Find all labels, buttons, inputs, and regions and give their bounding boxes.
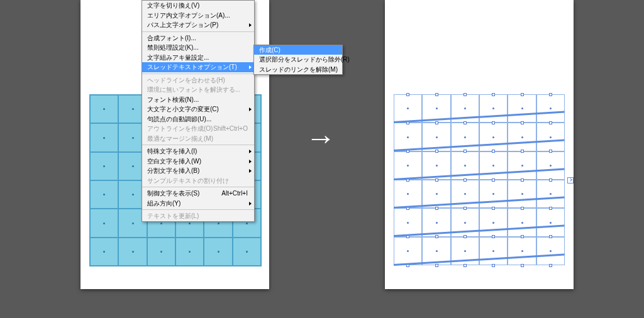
port-handle[interactable]: [521, 235, 524, 238]
port-handle[interactable]: [435, 121, 438, 124]
menu-separator: [142, 74, 254, 74]
port-handle[interactable]: [435, 264, 438, 267]
port-handle[interactable]: [549, 93, 552, 96]
menu-item[interactable]: 組み方向(Y): [142, 199, 254, 209]
anchor-point-icon: [103, 137, 105, 139]
chevron-right-icon: [249, 65, 252, 69]
anchor-point-icon: [407, 250, 409, 252]
anchor-point-icon: [464, 107, 466, 109]
submenu-item[interactable]: 作成(C): [254, 45, 342, 55]
anchor-point-icon: [492, 250, 494, 252]
port-handle[interactable]: [464, 235, 467, 238]
menu-separator: [142, 145, 254, 145]
menu-item[interactable]: 禁則処理設定(K)...: [142, 43, 254, 53]
menu-item: ヘッドラインを合わせる(H): [142, 75, 254, 85]
port-handle[interactable]: [549, 207, 552, 210]
port-handle[interactable]: [435, 178, 438, 182]
menu-item[interactable]: スレッドテキストオプション(T): [142, 62, 254, 72]
anchor-point-icon: [521, 193, 523, 195]
port-handle[interactable]: [492, 93, 495, 96]
menu-item[interactable]: 空白文字を挿入(W): [142, 156, 254, 167]
port-handle[interactable]: [492, 178, 495, 182]
port-handle[interactable]: [464, 121, 467, 124]
submenu-item[interactable]: 選択部分をスレッドから除外(R): [254, 55, 342, 65]
port-handle[interactable]: [549, 121, 552, 124]
port-handle[interactable]: [464, 178, 467, 182]
anchor-point-icon: [218, 251, 219, 253]
menu-item[interactable]: 句読点の自動調節(U)...: [142, 114, 254, 124]
chevron-right-icon: [249, 23, 252, 27]
port-handle[interactable]: [521, 264, 524, 267]
menu-item[interactable]: 文字組みアキ量設定...: [142, 53, 254, 63]
port-handle[interactable]: [521, 121, 524, 124]
port-handle[interactable]: [435, 93, 438, 96]
menu-item[interactable]: エリア内文字オプション(A)...: [142, 11, 254, 21]
port-handle[interactable]: [435, 207, 438, 210]
port-handle[interactable]: [435, 150, 438, 153]
anchor-point-icon: [160, 251, 162, 253]
menu-item[interactable]: 合成フォント(I)...: [142, 33, 254, 43]
chevron-right-icon: [249, 202, 252, 206]
port-handle[interactable]: [464, 207, 467, 210]
port-handle[interactable]: [492, 121, 495, 124]
port-handle[interactable]: [549, 178, 552, 182]
port-handle[interactable]: [492, 207, 495, 210]
anchor-point-icon: [464, 250, 466, 252]
out-port-icon[interactable]: [567, 177, 574, 184]
anchor-point-icon: [189, 222, 191, 224]
port-handle[interactable]: [464, 150, 467, 153]
anchor-point-icon: [103, 222, 105, 224]
menu-item: アウトラインを作成(O)Shift+Ctrl+O: [142, 124, 254, 134]
anchor-point-icon: [550, 136, 552, 138]
port-handle[interactable]: [521, 178, 524, 182]
anchor-point-icon: [521, 250, 523, 252]
port-handle[interactable]: [492, 235, 495, 238]
menu-item: テキストを更新(L): [142, 211, 254, 221]
port-handle[interactable]: [464, 93, 467, 96]
menu-item[interactable]: 分割文字を挿入(B): [142, 166, 254, 176]
anchor-point-icon: [550, 250, 552, 252]
anchor-point-icon: [492, 165, 494, 167]
anchor-point-icon: [436, 136, 438, 138]
anchor-point-icon: [132, 165, 134, 167]
menu-item[interactable]: 制御文字を表示(S)Alt+Ctrl+I: [142, 189, 254, 199]
port-handle[interactable]: [464, 264, 467, 267]
port-handle[interactable]: [521, 207, 524, 210]
port-handle[interactable]: [549, 264, 552, 267]
anchor-point-icon: [550, 165, 552, 167]
port-handle[interactable]: [521, 93, 524, 96]
anchor-point-icon: [132, 222, 134, 224]
port-handle[interactable]: [406, 93, 409, 96]
menu-item[interactable]: 特殊文字を挿入(I): [142, 146, 254, 156]
type-context-menu[interactable]: 文字を切り換え(V)エリア内文字オプション(A)...パス上文字オプション(P)…: [142, 0, 255, 222]
menu-item[interactable]: 文字を切り換え(V): [142, 1, 254, 11]
menu-item[interactable]: 大文字と小文字の変更(C): [142, 104, 254, 114]
anchor-point-icon: [550, 193, 552, 195]
anchor-point-icon: [132, 194, 134, 195]
port-handle[interactable]: [549, 150, 552, 153]
anchor-point-icon: [464, 165, 466, 167]
chevron-right-icon: [249, 107, 252, 111]
port-handle[interactable]: [435, 235, 438, 238]
port-handle[interactable]: [521, 150, 524, 153]
thread-text-submenu[interactable]: 作成(C)選択部分をスレッドから除外(R)スレッドのリンクを解除(M): [253, 45, 343, 75]
anchor-point-icon: [521, 165, 523, 167]
anchor-point-icon: [464, 136, 466, 138]
anchor-point-icon: [436, 222, 438, 224]
menu-separator: [142, 209, 254, 210]
port-handle[interactable]: [549, 235, 552, 238]
anchor-point-icon: [246, 222, 248, 224]
anchor-point-icon: [464, 193, 466, 195]
port-handle[interactable]: [492, 264, 495, 267]
arrow-icon: →: [306, 121, 336, 155]
threaded-text-frames[interactable]: [394, 94, 565, 265]
artboard-right: [385, 0, 574, 289]
menu-item[interactable]: パス上文字オプション(P): [142, 20, 254, 30]
menu-item[interactable]: フォント検索(N)...: [142, 95, 254, 105]
anchor-point-icon: [407, 136, 409, 138]
menu-separator: [142, 31, 254, 32]
port-handle[interactable]: [492, 150, 495, 153]
anchor-point-icon: [436, 165, 438, 167]
submenu-item[interactable]: スレッドのリンクを解除(M): [254, 65, 342, 75]
menu-item: サンプルテキストの割り付け: [142, 176, 254, 186]
